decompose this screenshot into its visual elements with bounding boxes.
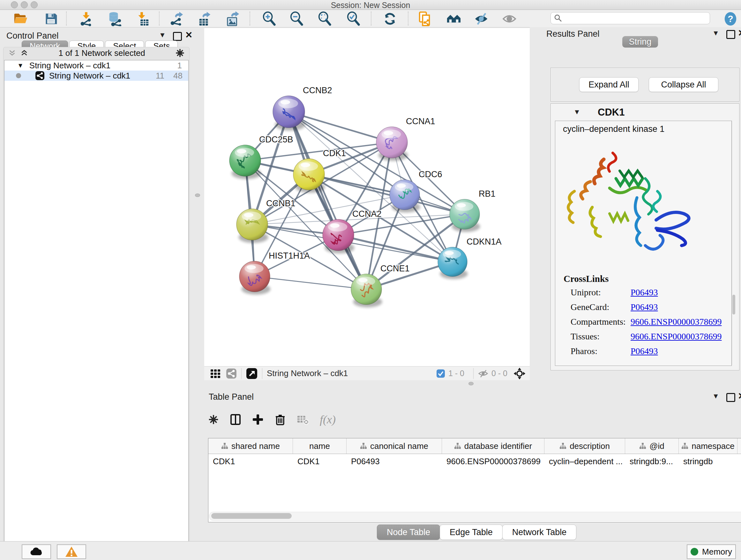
node-CDK1[interactable]: CDK1 (293, 148, 346, 193)
import-network-database-icon[interactable] (107, 11, 122, 26)
zoom-selected-icon[interactable] (346, 11, 361, 26)
table-cell[interactable]: P06493 (347, 454, 442, 469)
table-cell[interactable]: CDK1 (208, 454, 293, 469)
crosslink-value-link[interactable]: P06493 (630, 302, 658, 312)
cloud-status-button[interactable] (22, 544, 51, 559)
search-input[interactable] (562, 13, 710, 23)
control-panel-close-icon[interactable]: ✕ (185, 30, 192, 40)
table-panel-float-icon[interactable] (726, 393, 735, 402)
column-header-canonical-name[interactable]: canonical name (347, 438, 442, 454)
node-CDC25B[interactable]: CDC25B (229, 135, 293, 179)
network-view-canvas[interactable]: CCNB2CCNA1CDC25BCDK1CDC6RB1CCNB1CCNA2CDK… (204, 28, 530, 366)
control-panel-menu-caret-icon[interactable]: ▼ (159, 31, 166, 39)
table-header-row: shared namenamecanonical namedatabase id… (208, 438, 741, 454)
export-network-icon[interactable] (169, 11, 185, 26)
column-header-namespace[interactable]: namespace (679, 438, 738, 454)
open-session-icon[interactable] (13, 11, 28, 26)
tab-string[interactable]: String (622, 36, 658, 48)
network-options-gear-icon[interactable] (175, 48, 185, 58)
memory-button[interactable]: Memory (687, 544, 736, 559)
import-network-file-icon[interactable] (78, 11, 94, 26)
zoom-fit-icon[interactable] (317, 11, 333, 26)
gene-card-scrollbar[interactable] (732, 121, 736, 365)
table-settings-gear-icon[interactable] (208, 414, 219, 425)
column-header-name[interactable]: name (293, 438, 347, 454)
node-CCNB2[interactable]: CCNB2 (273, 85, 332, 131)
import-table-file-icon[interactable] (135, 11, 150, 26)
crosslink-value-link[interactable]: P06493 (630, 287, 658, 298)
tree-expand-caret-icon[interactable]: ▼ (17, 62, 23, 69)
network-list-view-icon[interactable] (226, 368, 237, 379)
network-collection-row[interactable]: ▼ String Network – cdk1 1 (4, 60, 188, 71)
table-cell[interactable]: CDK1 (293, 454, 347, 469)
table-row[interactable]: CDK1CDK1P064939606.ENSP00000378699cyclin… (208, 454, 741, 469)
show-all-icon[interactable] (502, 11, 518, 26)
node-label-HIST1H1A: HIST1H1A (269, 251, 310, 260)
detach-view-icon[interactable] (246, 368, 258, 379)
left-splitter-handle[interactable] (195, 193, 200, 197)
zoom-out-icon[interactable] (289, 11, 305, 26)
table-horizontal-scrollbar[interactable] (209, 512, 741, 521)
selected-checkbox-icon[interactable] (436, 369, 445, 378)
column-header--id[interactable]: @id (625, 438, 679, 454)
table-cell[interactable]: 9606.ENSP00000378699 (442, 454, 544, 469)
application-window: Session: New Session (0, 0, 741, 560)
edge-CCNB2-CCNE1[interactable] (289, 112, 366, 289)
edge-HIST1H1A-CCNE1[interactable] (255, 276, 366, 289)
zoom-in-icon[interactable] (262, 11, 277, 26)
network-graph-svg[interactable]: CCNB2CCNA1CDC25BCDK1CDC6RB1CCNB1CCNA2CDK… (204, 28, 530, 366)
help-button[interactable]: ? (723, 11, 738, 27)
refresh-icon[interactable] (382, 11, 398, 26)
column-hierarchy-icon (639, 442, 646, 449)
copy-style-icon[interactable] (417, 11, 433, 26)
warnings-button[interactable] (57, 544, 86, 559)
tab-edge-table[interactable]: Edge Table (440, 524, 502, 540)
crosslink-value-link[interactable]: 9606.ENSP00000378699 (630, 331, 722, 341)
node-CCNB1[interactable]: CCNB1 (237, 199, 295, 243)
expand-all-chevrons-icon[interactable] (8, 49, 16, 57)
show-columns-icon[interactable] (230, 414, 241, 425)
collapse-all-button[interactable]: Collapse All (649, 77, 718, 92)
toolbar-separator (250, 11, 250, 25)
network-row-selected[interactable]: String Network – cdk1 11 48 (4, 71, 188, 81)
results-panel-menu-caret-icon[interactable]: ▼ (712, 29, 719, 37)
column-hierarchy-icon (559, 442, 566, 449)
network-row-label: String Network – cdk1 (49, 71, 130, 81)
tab-node-table[interactable]: Node Table (377, 524, 440, 540)
crosslink-value-link[interactable]: P06493 (630, 346, 658, 356)
network-panel-body: 1 of 1 Network selected ▼ String Network… (3, 47, 190, 560)
export-table-icon[interactable] (197, 11, 212, 26)
export-image-icon[interactable] (225, 11, 241, 26)
table-cell[interactable]: stringdb (679, 454, 738, 469)
node-CDKN1A[interactable]: CDKN1A (438, 237, 502, 279)
edge-CDK1-RB1[interactable] (309, 174, 465, 214)
column-header-database-identifier[interactable]: database identifier (442, 438, 544, 454)
results-panel-close-icon[interactable]: ✕ (738, 28, 741, 38)
collapse-all-chevrons-icon[interactable] (20, 49, 28, 57)
table-panel-menu-caret-icon[interactable]: ▼ (712, 392, 719, 400)
delete-column-trash-icon[interactable] (274, 414, 286, 425)
create-column-plus-icon[interactable] (252, 414, 264, 425)
crosslink-value-link[interactable]: 9606.ENSP00000378699 (630, 317, 722, 327)
column-header-description[interactable]: description (544, 438, 625, 454)
control-panel-float-icon[interactable] (173, 32, 182, 41)
grid-view-icon[interactable] (210, 368, 221, 379)
table-cell[interactable]: stringdb:9... (625, 454, 679, 469)
table-cell[interactable]: cyclin–dependent ... (544, 454, 625, 469)
save-session-icon[interactable] (44, 11, 59, 26)
node-RB1[interactable]: RB1 (450, 189, 495, 232)
node-HIST1H1A[interactable]: HIST1H1A (239, 251, 310, 295)
horizontal-splitter-handle[interactable] (468, 382, 474, 385)
first-neighbors-icon[interactable] (446, 11, 461, 26)
hide-selected-icon[interactable] (474, 11, 489, 26)
birdseye-pan-icon[interactable] (513, 367, 526, 380)
results-panel-float-icon[interactable] (726, 30, 735, 39)
table-panel-close-icon[interactable]: ✕ (738, 391, 741, 401)
node-CCNA1[interactable]: CCNA1 (376, 117, 435, 161)
expand-all-button[interactable]: Expand All (579, 77, 638, 92)
tab-network-table[interactable]: Network Table (502, 524, 577, 540)
node-label-RB1: RB1 (479, 189, 495, 199)
column-header-shared-name[interactable]: shared name (208, 438, 293, 454)
node-CCNE1[interactable]: CCNE1 (351, 264, 410, 307)
gene-collapse-caret-icon[interactable]: ▼ (574, 108, 581, 116)
